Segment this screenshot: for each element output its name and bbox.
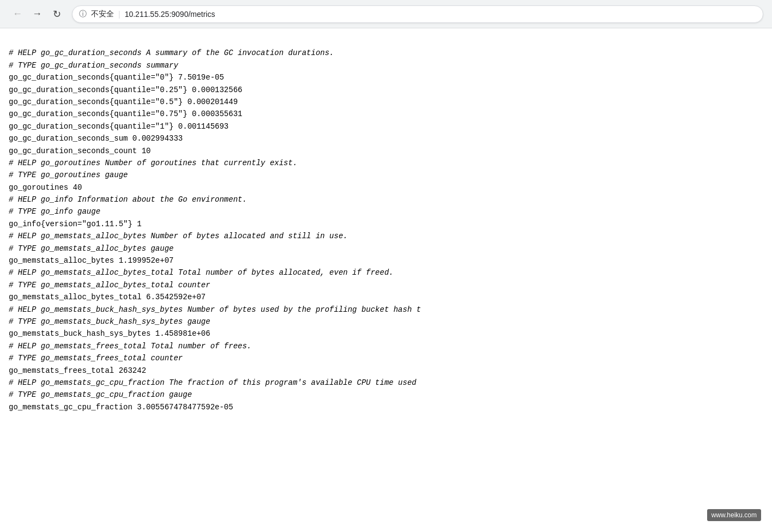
comment-line: # TYPE go_memstats_gc_cpu_fraction gauge bbox=[9, 389, 763, 401]
data-line: go_memstats_buck_hash_sys_bytes 1.458981… bbox=[9, 328, 763, 340]
comment-line: # TYPE go_info gauge bbox=[9, 205, 763, 217]
metrics-content: # HELP go_gc_duration_seconds A summary … bbox=[0, 28, 772, 420]
data-line: go_gc_duration_seconds_count 10 bbox=[9, 145, 763, 157]
url-text: 10.211.55.25:9090/metrics bbox=[125, 10, 215, 19]
data-line: go_goroutines 40 bbox=[9, 182, 763, 194]
comment-line: # HELP go_info Information about the Go … bbox=[9, 194, 763, 205]
data-line: go_memstats_alloc_bytes_total 6.3542592e… bbox=[9, 291, 763, 303]
comment-line: # HELP go_gc_duration_seconds A summary … bbox=[9, 47, 763, 59]
data-line: go_gc_duration_seconds_sum 0.002994333 bbox=[9, 132, 763, 144]
data-line: go_info{version="go1.11.5"} 1 bbox=[9, 218, 763, 230]
data-line: go_gc_duration_seconds{quantile="0.25"} … bbox=[9, 84, 763, 96]
url-separator: | bbox=[118, 10, 120, 19]
comment-line: # TYPE go_gc_duration_seconds summary bbox=[9, 59, 763, 71]
data-line: go_memstats_frees_total 263242 bbox=[9, 365, 763, 377]
data-line: go_gc_duration_seconds{quantile="1"} 0.0… bbox=[9, 120, 763, 132]
nav-buttons: ← → ↻ bbox=[9, 5, 65, 23]
data-line: go_gc_duration_seconds{quantile="0.75"} … bbox=[9, 108, 763, 120]
back-button[interactable]: ← bbox=[9, 5, 26, 23]
comment-line: # HELP go_memstats_alloc_bytes Number of… bbox=[9, 230, 763, 242]
comment-line: # HELP go_memstats_gc_cpu_fraction The f… bbox=[9, 377, 763, 389]
watermark: www.heiku.com bbox=[707, 509, 761, 521]
comment-line: # HELP go_goroutines Number of goroutine… bbox=[9, 157, 763, 169]
security-label: 不安全 bbox=[91, 9, 114, 19]
data-line: go_memstats_alloc_bytes 1.199952e+07 bbox=[9, 255, 763, 267]
security-icon: ⓘ bbox=[79, 9, 87, 19]
comment-line: # TYPE go_memstats_alloc_bytes gauge bbox=[9, 243, 763, 255]
comment-line: # HELP go_memstats_buck_hash_sys_bytes N… bbox=[9, 304, 763, 316]
comment-line: # TYPE go_memstats_alloc_bytes_total cou… bbox=[9, 279, 763, 291]
comment-line: # TYPE go_goroutines gauge bbox=[9, 169, 763, 181]
data-line: go_gc_duration_seconds{quantile="0"} 7.5… bbox=[9, 71, 763, 83]
forward-button[interactable]: → bbox=[28, 5, 46, 23]
comment-line: # HELP go_memstats_alloc_bytes_total Tot… bbox=[9, 267, 763, 279]
address-bar[interactable]: ⓘ 不安全 | 10.211.55.25:9090/metrics bbox=[72, 5, 763, 23]
data-line: go_gc_duration_seconds{quantile="0.5"} 0… bbox=[9, 96, 763, 108]
comment-line: # TYPE go_memstats_buck_hash_sys_bytes g… bbox=[9, 316, 763, 328]
browser-toolbar: ← → ↻ ⓘ 不安全 | 10.211.55.25:9090/metrics bbox=[0, 0, 772, 28]
refresh-button[interactable]: ↻ bbox=[48, 5, 65, 23]
data-line: go_memstats_gc_cpu_fraction 3.0055674784… bbox=[9, 401, 763, 413]
comment-line: # HELP go_memstats_frees_total Total num… bbox=[9, 340, 763, 352]
comment-line: # TYPE go_memstats_frees_total counter bbox=[9, 352, 763, 364]
